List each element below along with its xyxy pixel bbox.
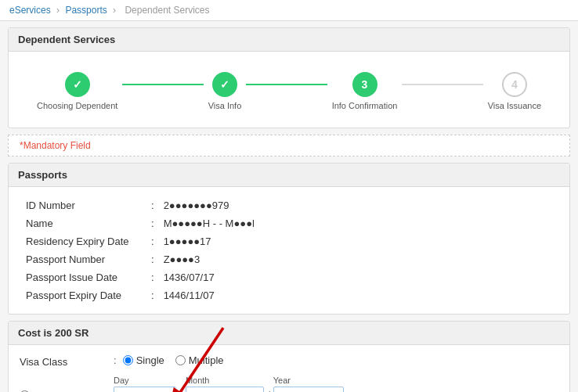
radio-multiple-label: Multiple — [189, 354, 224, 366]
field-value-residency: 1●●●●●17 — [159, 232, 557, 250]
colon-visa: : — [114, 354, 117, 366]
step-3: 3 Info Confirmation — [332, 72, 398, 110]
passports-body: ID Number : 2●●●●●●●979 Name : M●●●●●H -… — [9, 187, 569, 314]
radio-single-label: Single — [136, 354, 164, 366]
dependent-services-header: Dependent Services — [9, 28, 569, 52]
cost-header: Cost is 200 SR — [9, 322, 569, 345]
breadcrumb-sep2: › — [113, 5, 116, 16]
step-3-circle: 3 — [352, 72, 378, 97]
month-label: Month — [186, 376, 264, 385]
stepper-body: ✓ Choosing Dependent ✓ Visa Info 3 Info … — [9, 52, 569, 128]
field-value-id: 2●●●●●●●979 — [159, 196, 557, 214]
return-before-row: Return Before Day / Month / Year — [20, 376, 558, 392]
visa-class-radio-group: Single Multiple — [123, 354, 224, 366]
step-4-circle: 4 — [502, 72, 527, 97]
passports-card: Passports ID Number : 2●●●●●●●979 Name :… — [8, 163, 570, 315]
cost-body: Visa Class : Single Multiple Return Befo… — [9, 345, 569, 392]
day-input[interactable] — [114, 387, 176, 392]
breadcrumb-sep1: › — [56, 5, 60, 16]
table-row: Name : M●●●●●H - - M●●●l — [21, 214, 557, 232]
field-label-passport-num: Passport Number — [21, 250, 146, 268]
breadcrumb: eServices › Passports › Dependent Servic… — [0, 0, 578, 21]
step-2: ✓ Visa Info — [208, 72, 242, 110]
progress-stepper: ✓ Choosing Dependent ✓ Visa Info 3 Info … — [21, 61, 557, 118]
field-value-passport-num: Z●●●●3 — [159, 250, 557, 268]
breadcrumb-passports[interactable]: Passports — [65, 5, 107, 16]
breadcrumb-eservices[interactable]: eServices — [9, 5, 51, 16]
radio-multiple-input[interactable] — [175, 355, 186, 365]
step-2-label: Visa Info — [208, 101, 242, 110]
step-line-3 — [402, 84, 482, 85]
radio-multiple[interactable]: Multiple — [175, 354, 224, 366]
passport-info-table: ID Number : 2●●●●●●●979 Name : M●●●●●H -… — [21, 196, 557, 304]
passports-header: Passports — [9, 164, 569, 187]
return-before-label-container: Return Before — [20, 376, 114, 392]
field-label-issue-date: Passport Issue Date — [21, 268, 146, 286]
step-2-circle: ✓ — [212, 72, 237, 97]
table-row: Passport Number : Z●●●●3 — [21, 250, 557, 268]
field-value-issue-date: 1436/07/17 — [159, 268, 557, 286]
day-label: Day — [114, 376, 176, 385]
field-label-expiry-date: Passport Expiry Date — [21, 286, 146, 304]
year-col: Year — [273, 376, 344, 392]
year-label: Year — [273, 376, 344, 385]
step-line-1 — [122, 84, 203, 85]
step-3-label: Info Confirmation — [332, 101, 398, 110]
visa-class-label: Visa Class — [20, 353, 114, 368]
table-row: Passport Issue Date : 1436/07/17 — [21, 268, 557, 286]
step-line-2 — [246, 84, 327, 85]
field-value-expiry-date: 1446/11/07 — [159, 286, 557, 304]
step-1: ✓ Choosing Dependent — [37, 72, 117, 110]
mandatory-field-note: *Mandatory Field — [8, 135, 570, 156]
step-1-circle: ✓ — [65, 72, 90, 97]
field-label-id: ID Number — [21, 196, 146, 214]
radio-single-input[interactable] — [123, 355, 133, 365]
month-input[interactable] — [186, 387, 264, 392]
step-1-label: Choosing Dependent — [37, 101, 117, 110]
field-value-name: M●●●●●H - - M●●●l — [159, 214, 557, 232]
breadcrumb-current: Dependent Services — [125, 5, 209, 16]
day-col: Day — [114, 376, 176, 392]
step-4-label: Visa Issuance — [488, 101, 541, 110]
field-label-name: Name — [21, 214, 146, 232]
date-group: Day / Month / Year — [114, 376, 344, 392]
radio-single[interactable]: Single — [123, 354, 164, 366]
table-row: Residency Expiry Date : 1●●●●●17 — [21, 232, 557, 250]
field-label-residency: Residency Expiry Date — [21, 232, 146, 250]
table-row: ID Number : 2●●●●●●●979 — [21, 196, 557, 214]
visa-class-row: Visa Class : Single Multiple — [20, 353, 558, 368]
dependent-services-card: Dependent Services ✓ Choosing Dependent … — [8, 27, 570, 128]
year-input[interactable] — [273, 387, 344, 392]
cost-card: Cost is 200 SR Visa Class : Single Multi… — [8, 321, 570, 392]
table-row: Passport Expiry Date : 1446/11/07 — [21, 286, 557, 304]
step-4: 4 Visa Issuance — [488, 72, 541, 110]
month-col: Month — [186, 376, 264, 392]
